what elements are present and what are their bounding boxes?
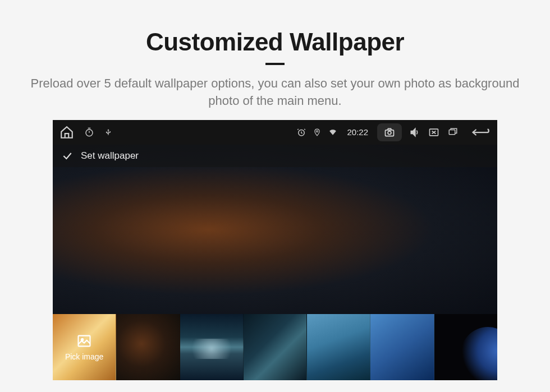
screen-titlebar: Set wallpaper [53,145,497,167]
status-left [59,125,112,140]
status-bar: 20:22 [53,120,497,145]
wifi-icon[interactable] [328,128,338,136]
checkmark-icon[interactable] [61,150,74,162]
camera-icon[interactable] [377,123,402,141]
svg-rect-6 [449,130,455,134]
svg-point-4 [388,131,391,135]
wallpaper-thumb-5[interactable] [370,314,434,380]
page-title: Customized Wallpaper [0,28,550,56]
title-underline [265,63,285,65]
device-screen: 20:22 [53,120,497,380]
back-icon[interactable] [469,127,491,137]
clock-time: 20:22 [347,127,368,137]
svg-rect-7 [79,335,90,346]
pick-image-button[interactable]: Pick image [53,314,116,380]
wallpaper-preview[interactable] [53,145,497,314]
alarm-icon[interactable] [296,127,306,137]
thumbnail-strip: Pick image [53,314,497,380]
image-icon [75,333,93,349]
home-icon[interactable] [59,125,74,140]
page-subtitle: Preload over 5 default wallpaper options… [0,75,550,110]
recent-apps-icon[interactable] [447,127,459,137]
wallpaper-thumb-6[interactable] [434,314,497,380]
page-container: Customized Wallpaper Preload over 5 defa… [0,0,550,392]
wallpaper-thumb-3[interactable] [244,314,307,380]
status-right: 20:22 [296,123,491,141]
screen-title: Set wallpaper [81,150,139,162]
wallpaper-thumb-4[interactable] [307,314,370,380]
svg-point-2 [317,130,318,132]
volume-icon[interactable] [409,127,421,138]
wallpaper-thumb-2[interactable] [180,314,244,380]
pick-image-label: Pick image [65,352,103,361]
wallpaper-thumb-1[interactable] [116,314,180,380]
usb-icon[interactable] [104,127,112,137]
timer-icon[interactable] [84,127,94,137]
location-icon[interactable] [313,127,321,137]
close-window-icon[interactable] [428,127,440,138]
